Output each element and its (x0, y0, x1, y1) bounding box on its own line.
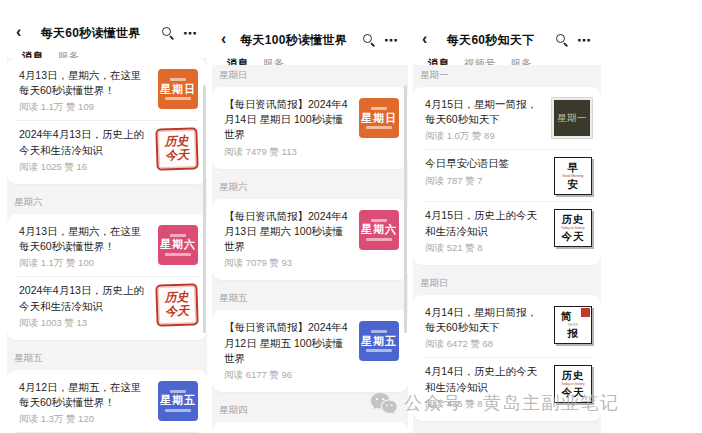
section-label: 星期一 (413, 65, 601, 87)
article-title: 4月13日，星期六，在这里每天60秒读懂世界！ (19, 68, 150, 98)
article-item[interactable]: 【每日资讯简报】2024年4月11日 星期四 100秒读懂世界 阅读 8664 … (221, 426, 399, 433)
panel-100s-world: ‹ 每天100秒读懂世界 ⋯ 消息服务 星期日 【每日资讯简报】2024年4月1… (212, 0, 408, 433)
article-meta: 阅读 6472 赞 68 (425, 338, 546, 351)
article-meta: 阅读 1025 赞 16 (19, 161, 148, 174)
message-card: 【每日资讯简报】2024年4月11日 星期四 100秒读懂世界 阅读 8664 … (212, 422, 408, 433)
message-card: 4月14日，星期日简报，每天60秒知天下 阅读 6472 赞 68 简 NEWS… (413, 295, 601, 421)
article-item[interactable]: 4月12日，星期五，在这里每天60秒读懂世界！ 阅读 1.3万 赞 120 星期… (16, 374, 198, 432)
article-meta: 阅读 1.3万 赞 120 (19, 413, 150, 426)
article-title: 2024年4月13日，历史上的今天和生活冷知识 (19, 283, 148, 313)
weekday-badge-icon: 星期六 (158, 225, 198, 265)
weekday-badge-icon: 星期五 (158, 381, 198, 421)
weekday-badge-icon: 星期五 (359, 321, 399, 361)
article-item[interactable]: 今日早安心语日签 阅读 787 赞 7 早 Good Morning 安 (422, 149, 592, 201)
history-seal-icon: 历史 今天 (155, 284, 198, 327)
article-item[interactable]: 2024年4月13日，历史上的今天和生活冷知识 阅读 1025 赞 16 历史 … (16, 120, 198, 179)
article-meta: 阅读 1.0万 赞 89 (425, 130, 544, 143)
weekday-badge-icon: 星期六 (359, 210, 399, 250)
monday-photo-icon: 星期一 (552, 98, 592, 138)
section-label: 星期六 (7, 192, 207, 214)
message-card: 4月12日，星期五，在这里每天60秒读懂世界！ 阅读 1.3万 赞 120 星期… (7, 370, 207, 433)
message-list: 4月13日，星期六，在这里每天60秒读懂世界！ 阅读 1.1万 赞 109 星期… (7, 58, 207, 433)
article-title: 4月15日，星期一简报，每天60秒知天下 (425, 97, 544, 127)
article-item[interactable]: 4月14日，星期日简报，每天60秒知天下 阅读 6472 赞 68 简 NEWS… (422, 299, 592, 357)
article-item[interactable]: 【每日资讯简报】2024年4月13日 星期六 100秒读懂世界 阅读 7079 … (221, 203, 399, 277)
article-title: 4月13日，星期六，在这里每天60秒读懂世界！ (19, 224, 150, 254)
message-card: 【每日资讯简报】2024年4月13日 星期六 100秒读懂世界 阅读 7079 … (212, 199, 408, 281)
article-meta: 阅读 7079 赞 93 (224, 257, 351, 270)
history-card-icon: 历史 Today in history 今天 (554, 209, 592, 247)
message-list: 星期日 【每日资讯简报】2024年4月14日 星期日 100秒读懂世界 阅读 7… (212, 65, 408, 433)
article-title: 【每日资讯简报】2024年4月13日 星期六 100秒读懂世界 (224, 209, 351, 255)
article-title: 4月12日，星期五，在这里每天60秒读懂世界！ (19, 380, 150, 410)
article-meta: 阅读 7479 赞 113 (224, 146, 351, 159)
panel-60s-news: ‹ 每天60秒知天下 ⋯ 消息视频号服务 星期一 4月15日，星期一简报，每天6… (413, 0, 601, 433)
red-corner (581, 308, 590, 317)
article-item[interactable]: 【每日资讯简报】2024年4月14日 星期日 100秒读懂世界 阅读 7479 … (221, 91, 399, 165)
article-item[interactable]: 2024年4月13日，历史上的今天和生活冷知识 阅读 1003 赞 13 历史 … (16, 276, 198, 335)
history-seal-icon: 历史 今天 (155, 128, 198, 171)
article-meta: 阅读 1.1万 赞 109 (19, 101, 150, 114)
panel-title: 每天60秒读懂世界 (21, 25, 160, 42)
article-meta: 阅读 436 赞 8 (425, 398, 546, 411)
message-list: 星期一 4月15日，星期一简报，每天60秒知天下 阅读 1.0万 赞 89 星期… (413, 65, 601, 433)
section-label: 星期五 (7, 348, 207, 370)
panel-60s-world: ‹ 每天60秒读懂世界 ⋯ 消息服务 4月13日，星期六，在这里每天60秒读懂世… (7, 0, 207, 433)
article-meta: 阅读 6177 赞 96 (224, 369, 351, 382)
section-label: 星期六 (212, 177, 408, 199)
article-title: 4月15日，历史上的今天和生活冷知识 (425, 208, 546, 238)
article-title: 4月14日，历史上的今天和生活冷知识 (425, 364, 546, 394)
section-label: 星期日 (413, 273, 601, 295)
section-label: 星期日 (212, 65, 408, 87)
good-morning-card-icon: 早 Good Morning 安 (554, 157, 592, 195)
message-card: 【每日资讯简报】2024年4月12日 星期五 100秒读懂世界 阅读 6177 … (212, 310, 408, 392)
section-label: 星期六 (413, 429, 601, 433)
message-card: 【每日资讯简报】2024年4月14日 星期日 100秒读懂世界 阅读 7479 … (212, 87, 408, 169)
article-meta: 阅读 1003 赞 13 (19, 317, 148, 330)
search-icon[interactable] (363, 34, 375, 46)
history-card-icon: 历史 Today in history 今天 (554, 365, 592, 403)
more-icon[interactable]: ⋯ (183, 26, 198, 40)
scrollbar[interactable] (203, 85, 207, 333)
article-item[interactable]: 4月13日，星期六，在这里每天60秒读懂世界！ 阅读 1.1万 赞 109 星期… (16, 62, 198, 120)
article-item[interactable]: 4月15日，星期一简报，每天60秒知天下 阅读 1.0万 赞 89 星期一 (422, 91, 592, 149)
article-item[interactable]: 4月14日，历史上的今天和生活冷知识 阅读 436 赞 8 历史 Today i… (422, 357, 592, 416)
search-icon[interactable] (556, 34, 568, 46)
panel-title: 每天100秒读懂世界 (226, 32, 361, 49)
section-label: 星期四 (212, 400, 408, 422)
section-label: 星期五 (212, 288, 408, 310)
panel-title: 每天60秒知天下 (427, 32, 554, 49)
panel-header: ‹ 每天60秒读懂世界 ⋯ (7, 24, 207, 42)
weekday-badge-icon: 星期日 (158, 69, 198, 109)
article-item[interactable]: 【每日资讯简报】2024年4月12日 星期五 100秒读懂世界 阅读 6177 … (221, 314, 399, 388)
panel-header: ‹ 每天100秒读懂世界 ⋯ (212, 31, 408, 49)
article-title: 【每日资讯简报】2024年4月14日 星期日 100秒读懂世界 (224, 97, 351, 143)
article-meta: 阅读 787 赞 7 (425, 175, 546, 188)
article-meta: 阅读 521 赞 8 (425, 242, 546, 255)
more-icon[interactable]: ⋯ (384, 33, 399, 47)
message-card: 4月13日，星期六，在这里每天60秒读懂世界！ 阅读 1.1万 赞 109 星期… (7, 58, 207, 184)
article-title: 4月14日，星期日简报，每天60秒知天下 (425, 305, 546, 335)
briefing-card-icon: 简 NEWS 报 (554, 306, 592, 344)
search-icon[interactable] (162, 27, 174, 39)
message-card: 4月15日，星期一简报，每天60秒知天下 阅读 1.0万 赞 89 星期一 今日… (413, 87, 601, 265)
article-title: 今日早安心语日签 (425, 156, 546, 171)
screenshot-collage: ‹ 每天60秒读懂世界 ⋯ 消息服务 4月13日，星期六，在这里每天60秒读懂世… (0, 0, 702, 433)
article-meta: 阅读 1.1万 赞 100 (19, 257, 150, 270)
article-title: 2024年4月13日，历史上的今天和生活冷知识 (19, 127, 148, 157)
article-item[interactable]: 4月15日，历史上的今天和生活冷知识 阅读 521 赞 8 历史 Today i… (422, 201, 592, 260)
article-item[interactable]: 4月13日，星期六，在这里每天60秒读懂世界！ 阅读 1.1万 赞 100 星期… (16, 218, 198, 276)
more-icon[interactable]: ⋯ (577, 33, 592, 47)
panel-header: ‹ 每天60秒知天下 ⋯ (413, 31, 601, 49)
weekday-badge-icon: 星期日 (359, 98, 399, 138)
article-title: 【每日资讯简报】2024年4月12日 星期五 100秒读懂世界 (224, 320, 351, 366)
scrollbar[interactable] (404, 85, 408, 333)
message-card: 4月13日，星期六，在这里每天60秒读懂世界！ 阅读 1.1万 赞 100 星期… (7, 214, 207, 340)
